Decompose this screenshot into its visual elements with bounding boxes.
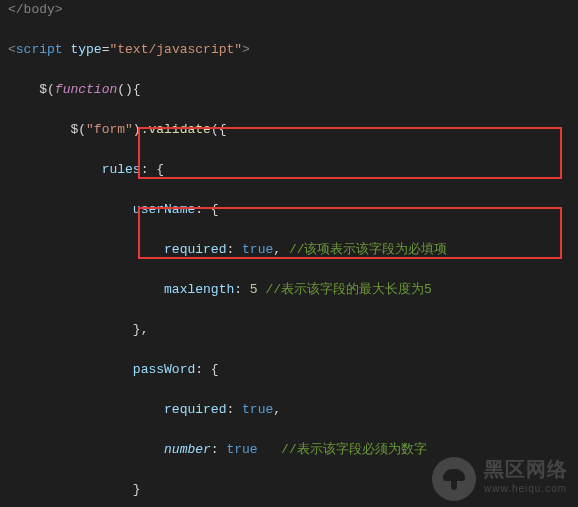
- key-password: passWord: [133, 362, 195, 377]
- watermark-logo-icon: [432, 457, 476, 501]
- comment-number: //表示该字段必须为数字: [281, 442, 427, 457]
- key-maxlength: maxlength: [164, 282, 234, 297]
- val-5: 5: [250, 282, 258, 297]
- attr-type-val: "text/javascript": [109, 42, 242, 57]
- comment-required: //该项表示该字段为必填项: [289, 242, 448, 257]
- open-angle: <: [8, 42, 16, 57]
- keyword-function: function: [55, 82, 117, 97]
- tag-script: script: [16, 42, 63, 57]
- selector-form: "form": [86, 122, 133, 137]
- code-editor[interactable]: </body> <script type="text/javascript"> …: [0, 0, 578, 507]
- key-required: required: [164, 242, 226, 257]
- key-rules: rules: [102, 162, 141, 177]
- method-validate: validate: [148, 122, 210, 137]
- key-number: number: [164, 442, 211, 457]
- key-username: userName: [133, 202, 195, 217]
- tag-close-body: </body>: [8, 2, 63, 17]
- comment-maxlength: //表示该字段的最大长度为5: [265, 282, 431, 297]
- val-true: true: [242, 242, 273, 257]
- key-required2: required: [164, 402, 226, 417]
- watermark-url: www.heiqu.com: [484, 479, 568, 499]
- watermark: 黑区网络 www.heiqu.com: [432, 457, 568, 501]
- watermark-title: 黑区网络: [484, 459, 568, 479]
- attr-type: type: [70, 42, 101, 57]
